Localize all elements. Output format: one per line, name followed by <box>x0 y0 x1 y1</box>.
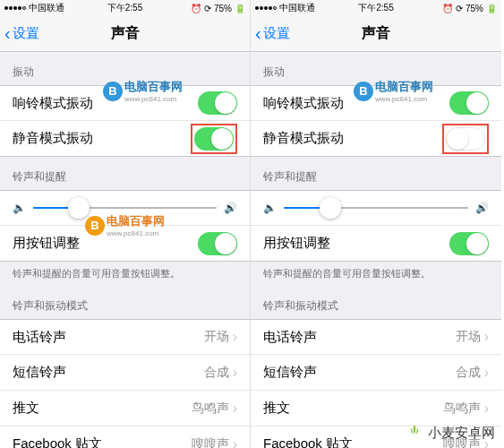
watermark-logo-icon: B <box>85 216 105 236</box>
cell-label: 用按钮调整 <box>13 235 80 252</box>
rotation-lock-icon: ⟳ <box>456 4 463 13</box>
battery-icon: 🔋 <box>486 4 497 13</box>
toggle-change-with-buttons[interactable] <box>449 232 489 255</box>
back-label: 设置 <box>13 25 39 42</box>
row-tweet[interactable]: 推文 鸟鸣声› <box>251 391 501 426</box>
row-text-tone[interactable]: 短信铃声 合成› <box>251 355 501 391</box>
volume-high-icon: 🔊 <box>475 202 489 214</box>
cell-label: Facebook 贴文 <box>13 435 102 448</box>
watermark-name: 电脑百事网 <box>107 213 165 229</box>
chevron-left-icon: ‹ <box>4 23 11 44</box>
row-text-tone[interactable]: 短信铃声 合成› <box>0 355 250 391</box>
watermark-url: www.pc841.com <box>124 95 183 103</box>
section-header-ringtone: 铃声和提醒 <box>0 157 250 190</box>
cell-label: 静音模式振动 <box>263 130 344 147</box>
cell-value: 开场 <box>456 329 481 345</box>
status-bar: 中国联通 下午2:55 ⏰ ⟳ 75% 🔋 <box>0 0 250 16</box>
row-vibrate-on-silent[interactable]: 静音模式振动 <box>251 121 501 157</box>
toggle-vibrate-on-silent[interactable] <box>194 127 234 151</box>
watermark-url: www.pc841.com <box>107 229 165 237</box>
toggle-vibrate-on-ring[interactable] <box>449 91 489 115</box>
volume-slider[interactable] <box>33 207 217 209</box>
cell-value: 鸟鸣声 <box>443 401 481 417</box>
cell-label: 响铃模式振动 <box>13 95 93 112</box>
status-bar: 中国联通 下午2:55 ⏰ ⟳ 75% 🔋 <box>251 0 501 16</box>
wheat-icon <box>405 423 424 443</box>
volume-slider[interactable] <box>284 207 468 209</box>
watermark-url: www.pc841.com <box>375 95 433 103</box>
carrier-label: 中国联通 <box>279 2 315 14</box>
back-label: 设置 <box>263 25 290 42</box>
chevron-right-icon: › <box>484 329 489 345</box>
watermark-pc841-top: B 电脑百事网 www.pc841.com <box>103 79 183 103</box>
row-ringtone[interactable]: 电话铃声 开场› <box>0 319 250 355</box>
row-vibrate-on-silent[interactable]: 静音模式振动 <box>0 121 250 157</box>
nav-bar: ‹ 设置 声音 <box>0 16 250 52</box>
chevron-right-icon: › <box>233 401 237 417</box>
cell-label: 电话铃声 <box>263 329 317 346</box>
page-title: 声音 <box>362 24 390 43</box>
row-facebook[interactable]: Facebook 贴文 嗖嗖声› <box>0 426 250 448</box>
chevron-right-icon: › <box>484 365 489 381</box>
cell-label: 推文 <box>13 400 39 417</box>
slider-thumb[interactable] <box>320 197 341 219</box>
cell-value: 合成 <box>204 365 229 381</box>
row-change-with-buttons[interactable]: 用按钮调整 <box>251 226 501 262</box>
time-label: 下午2:55 <box>107 2 142 14</box>
back-button[interactable]: ‹ 设置 <box>4 23 39 44</box>
cell-value: 嗖嗖声 <box>192 436 229 449</box>
section-header-patterns: 铃声和振动模式 <box>0 286 250 319</box>
section-header-patterns: 铃声和振动模式 <box>251 286 501 319</box>
carrier-label: 中国联通 <box>29 2 64 14</box>
toggle-change-with-buttons[interactable] <box>198 232 237 255</box>
watermark-logo-icon: B <box>354 82 373 101</box>
toggle-vibrate-on-ring[interactable] <box>198 91 237 115</box>
battery-percentage: 75% <box>466 4 483 13</box>
section-header-ringtone: 铃声和提醒 <box>251 157 501 190</box>
footer-text: 铃声和提醒的音量可用音量按钮调整。 <box>251 262 501 286</box>
highlight-box <box>442 124 489 154</box>
cell-label: Facebook 贴文 <box>263 435 353 448</box>
cell-label: 用按钮调整 <box>263 235 330 252</box>
cell-label: 短信铃声 <box>263 364 317 381</box>
toggle-vibrate-on-silent[interactable] <box>446 127 485 151</box>
rotation-lock-icon: ⟳ <box>204 4 211 13</box>
highlight-box <box>191 124 237 154</box>
battery-percentage: 75% <box>214 4 232 13</box>
battery-icon: 🔋 <box>235 4 245 13</box>
volume-high-icon: 🔊 <box>224 202 237 214</box>
page-title: 声音 <box>111 24 140 43</box>
watermark-name: 电脑百事网 <box>375 79 433 95</box>
cell-value: 合成 <box>456 365 481 381</box>
alarm-icon: ⏰ <box>442 4 453 13</box>
time-label: 下午2:55 <box>358 2 393 14</box>
chevron-right-icon: › <box>233 365 237 381</box>
phone-left: 中国联通 下午2:55 ⏰ ⟳ 75% 🔋 ‹ 设置 声音 振动 响铃模式振动 … <box>0 0 251 448</box>
watermark-pc841-top: B 电脑百事网 www.pc841.com <box>354 79 433 103</box>
row-ringtone[interactable]: 电话铃声 开场› <box>251 319 501 355</box>
volume-low-icon: 🔈 <box>13 202 26 214</box>
chevron-left-icon: ‹ <box>255 23 261 44</box>
watermark-pc841-mid: B 电脑百事网 www.pc841.com <box>85 213 165 237</box>
cell-value: 开场 <box>204 329 229 345</box>
volume-low-icon: 🔈 <box>263 202 277 214</box>
cell-label: 电话铃声 <box>13 329 66 346</box>
watermark-xmsigma: 小麦安卓网 <box>405 423 495 443</box>
signal-dots-icon <box>255 6 277 10</box>
watermark-text: 小麦安卓网 <box>428 425 495 442</box>
chevron-right-icon: › <box>233 436 237 449</box>
cell-label: 响铃模式振动 <box>263 95 344 112</box>
back-button[interactable]: ‹ 设置 <box>255 23 290 44</box>
comparison-container: 中国联通 下午2:55 ⏰ ⟳ 75% 🔋 ‹ 设置 声音 振动 响铃模式振动 … <box>0 0 504 448</box>
alarm-icon: ⏰ <box>191 4 201 13</box>
signal-dots-icon <box>4 6 26 10</box>
volume-slider-row: 🔈 🔊 <box>251 190 501 226</box>
cell-value: 鸟鸣声 <box>192 401 229 417</box>
cell-label: 推文 <box>263 400 290 417</box>
watermark-name: 电脑百事网 <box>124 79 183 95</box>
nav-bar: ‹ 设置 声音 <box>251 16 501 52</box>
row-tweet[interactable]: 推文 鸟鸣声› <box>0 391 250 426</box>
watermark-logo-icon: B <box>103 82 123 101</box>
cell-label: 短信铃声 <box>13 364 66 381</box>
chevron-right-icon: › <box>233 329 237 345</box>
